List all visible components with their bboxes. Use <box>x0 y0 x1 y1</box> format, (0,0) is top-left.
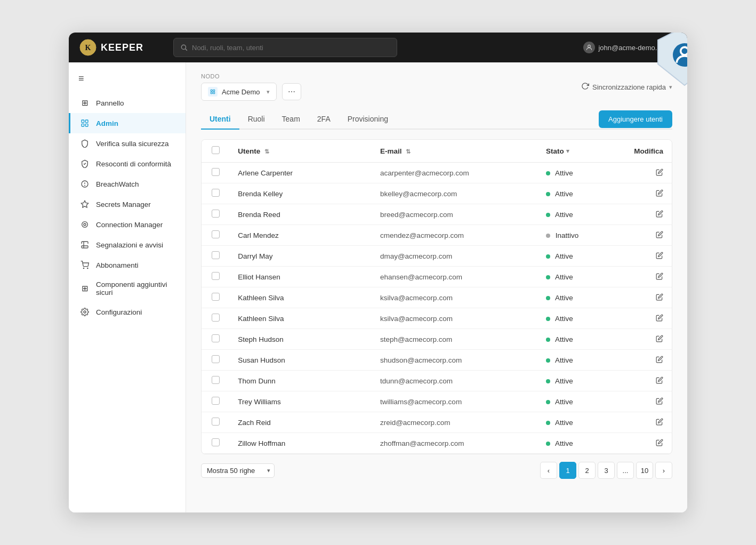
row-checkbox-11[interactable] <box>212 397 220 405</box>
cell-edit-6[interactable] <box>621 287 672 308</box>
tab-2fa[interactable]: 2FA <box>309 109 339 130</box>
cell-edit-0[interactable] <box>621 163 672 183</box>
cell-edit-4[interactable] <box>621 246 672 267</box>
user-avatar-icon <box>583 42 595 53</box>
breachwatch-icon <box>80 179 90 189</box>
cell-edit-10[interactable] <box>621 371 672 391</box>
cell-edit-13[interactable] <box>621 433 672 454</box>
sidebar-item-configurazioni[interactable]: Configurazioni <box>69 302 186 322</box>
tab-ruoli[interactable]: Ruoli <box>239 109 274 130</box>
svg-text:K: K <box>85 44 91 52</box>
col-header-user[interactable]: Utente ⇅ <box>229 140 372 163</box>
cell-email-3: cmendez@acmecorp.com <box>372 225 537 246</box>
row-checkbox-12[interactable] <box>212 418 220 426</box>
cell-email-1: bkelley@acmecorp.com <box>372 183 537 204</box>
row-checkbox-10[interactable] <box>212 376 220 384</box>
col-header-edit: Modifica <box>621 140 672 163</box>
row-checkbox-1[interactable] <box>212 189 220 197</box>
cell-edit-12[interactable] <box>621 412 672 433</box>
svg-rect-24 <box>213 92 215 94</box>
node-dropdown[interactable]: Acme Demo ▾ <box>201 83 277 101</box>
search-bar[interactable] <box>173 38 397 57</box>
cell-edit-3[interactable] <box>621 225 672 246</box>
user-sort-icon: ⇅ <box>264 148 269 155</box>
table-row: Carl Mendez cmendez@acmecorp.com Inattiv… <box>202 225 672 246</box>
page-btn-1[interactable]: 1 <box>559 462 576 479</box>
col-header-status[interactable]: Stato ▾ <box>537 140 621 163</box>
sidebar-label-componenti: Componenti aggiuntivi sicuri <box>96 280 176 296</box>
sidebar-item-pannello[interactable]: ⊞ Pannello <box>69 93 186 113</box>
cell-status-3: Inattivo <box>537 225 621 246</box>
row-checkbox-9[interactable] <box>212 355 220 363</box>
row-checkbox-4[interactable] <box>212 251 220 259</box>
cell-edit-7[interactable] <box>621 308 672 329</box>
top-nav: K KEEPER john@acme-demo.com <box>69 33 687 62</box>
cell-edit-11[interactable] <box>621 391 672 412</box>
cell-name-2: Brenda Reed <box>229 204 372 225</box>
col-header-email[interactable]: E-mail ⇅ <box>372 140 537 163</box>
cell-edit-2[interactable] <box>621 204 672 225</box>
pagination: Mostra 50 righe Mostra 25 righe Mostra 1… <box>201 454 672 481</box>
cell-email-4: dmay@acmecorp.com <box>372 246 537 267</box>
next-page-button[interactable]: › <box>655 462 672 479</box>
row-checkbox-5[interactable] <box>212 272 220 280</box>
cell-edit-9[interactable] <box>621 350 672 371</box>
user-info[interactable]: john@acme-demo.com ▾ <box>583 42 677 53</box>
cell-name-3: Carl Mendez <box>229 225 372 246</box>
cell-name-4: Darryl May <box>229 246 372 267</box>
sidebar-item-abbonamenti[interactable]: Abbonamenti <box>69 255 186 275</box>
node-more-button[interactable]: ⋯ <box>282 83 301 100</box>
svg-rect-10 <box>82 124 84 126</box>
row-checkbox-8[interactable] <box>212 334 220 342</box>
cell-edit-5[interactable] <box>621 267 672 287</box>
tab-team[interactable]: Team <box>274 109 309 130</box>
cell-status-9: Attive <box>537 350 621 371</box>
sidebar-item-componenti[interactable]: ⊞ Componenti aggiuntivi sicuri <box>69 275 186 302</box>
componenti-icon: ⊞ <box>80 284 90 293</box>
cell-status-11: Attive <box>537 391 621 412</box>
cell-name-0: Arlene Carpenter <box>229 163 372 183</box>
page-btn-10[interactable]: 10 <box>636 462 653 479</box>
sidebar-item-connection[interactable]: Connection Manager <box>69 214 186 235</box>
hamburger-menu[interactable]: ≡ <box>69 69 186 93</box>
sync-button[interactable]: Sincronizzazione rapida ▾ <box>581 82 672 92</box>
tab-provisioning[interactable]: Provisioning <box>339 109 397 130</box>
cell-email-7: ksilva@acmecorp.com <box>372 308 537 329</box>
cell-name-7: Kathleen Silva <box>229 308 372 329</box>
cell-email-13: zhoffman@acmecorp.com <box>372 433 537 454</box>
sidebar-item-resoconti[interactable]: Resoconti di conformità <box>69 154 186 174</box>
svg-point-19 <box>87 268 88 268</box>
row-checkbox-3[interactable] <box>212 230 220 238</box>
segnalazioni-icon <box>80 240 90 250</box>
add-user-button[interactable]: Aggiungere utenti <box>599 110 672 128</box>
sidebar-item-segnalazioni[interactable]: Segnalazioni e avvisi <box>69 235 186 255</box>
row-checkbox-13[interactable] <box>212 438 220 446</box>
sidebar-item-breachwatch[interactable]: BreachWatch <box>69 174 186 194</box>
search-input[interactable] <box>192 44 390 52</box>
sidebar-item-admin[interactable]: Admin <box>69 113 186 133</box>
rows-per-page-select[interactable]: Mostra 50 righe Mostra 25 righe Mostra 1… <box>201 463 275 478</box>
admin-icon <box>80 118 90 128</box>
row-checkbox-2[interactable] <box>212 210 220 218</box>
node-dropdown-chevron: ▾ <box>267 89 270 95</box>
cell-edit-1[interactable] <box>621 183 672 204</box>
cell-name-11: Trey Williams <box>229 391 372 412</box>
row-checkbox-7[interactable] <box>212 314 220 322</box>
connection-icon <box>80 220 90 229</box>
content-area: Nodo Acme Demo <box>186 62 687 512</box>
sidebar-item-secrets[interactable]: Secrets Manager <box>69 194 186 214</box>
page-btn-3[interactable]: 3 <box>598 462 615 479</box>
sidebar-item-verifica[interactable]: Verifica sulla sicurezza <box>69 133 186 154</box>
table-row: Kathleen Silva ksilva@acmecorp.com Attiv… <box>202 287 672 308</box>
tab-utenti[interactable]: Utenti <box>201 109 239 130</box>
page-btn-2[interactable]: 2 <box>578 462 596 479</box>
row-checkbox-0[interactable] <box>212 168 220 176</box>
prev-page-button[interactable]: ‹ <box>540 462 557 479</box>
users-table-wrapper: Utente ⇅ E-mail ⇅ Stato ▾ <box>201 139 672 454</box>
select-all-checkbox[interactable] <box>212 146 220 154</box>
row-checkbox-6[interactable] <box>212 293 220 301</box>
cell-status-12: Attive <box>537 412 621 433</box>
cell-status-8: Attive <box>537 329 621 350</box>
svg-point-2 <box>181 45 186 49</box>
cell-edit-8[interactable] <box>621 329 672 350</box>
